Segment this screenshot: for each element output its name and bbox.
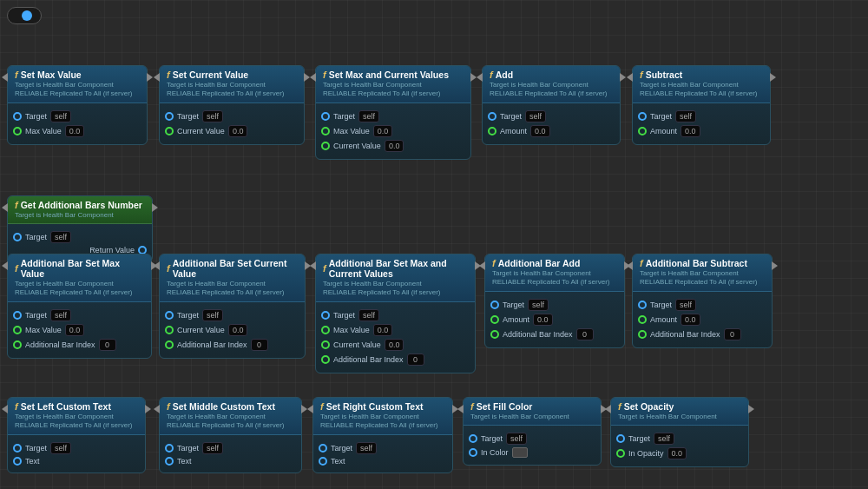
pin-value[interactable]: self bbox=[202, 110, 223, 122]
additional-bar-set-max-current-subtitle2: RELIABLE Replicated To All (if server) bbox=[323, 288, 468, 297]
pin-value[interactable]: self bbox=[528, 299, 549, 311]
pin-label: Additional Bar Index bbox=[503, 330, 573, 339]
set-fill-color-pin-1: In Color bbox=[469, 447, 595, 458]
set-max-current-values-pin-0: Targetself bbox=[321, 110, 465, 122]
exec-right-arrow bbox=[470, 73, 477, 82]
pin-label: In Color bbox=[481, 448, 509, 457]
exec-left-arrow bbox=[605, 405, 611, 413]
f-icon: f bbox=[167, 263, 170, 274]
pin-value[interactable]: 0 bbox=[251, 339, 268, 351]
additional-bar-set-max-current-header: fAdditional Bar Set Max and Current Valu… bbox=[316, 254, 475, 302]
set-left-custom-text-node: fSet Left Custom TextTarget is Health Ba… bbox=[7, 397, 146, 473]
exec-right-arrow bbox=[748, 405, 754, 413]
set-max-current-values-subtitle1: Target is Health Bar Component bbox=[323, 81, 464, 89]
pin-value[interactable]: self bbox=[50, 309, 71, 321]
pin-label: Target bbox=[177, 444, 199, 453]
pin-value[interactable]: 0.0 bbox=[681, 125, 700, 137]
additional-bar-add-pin-1: Amount0.0 bbox=[490, 314, 619, 326]
additional-bar-set-current-pin-0: Targetself bbox=[165, 309, 299, 321]
pin-label: Target bbox=[25, 444, 47, 453]
subtract-pin-0: Targetself bbox=[638, 110, 765, 122]
pin-value[interactable]: 0.0 bbox=[385, 140, 404, 152]
set-right-custom-text-title-text: Set Right Custom Text bbox=[326, 401, 424, 412]
additional-bar-set-max-header: fAdditional Bar Set Max ValueTarget is H… bbox=[8, 254, 151, 302]
pin-value[interactable]: 0.0 bbox=[385, 339, 404, 351]
f-icon: f bbox=[470, 401, 474, 412]
pin-dot bbox=[490, 301, 499, 309]
pin-value[interactable]: self bbox=[358, 110, 379, 122]
pin-value[interactable]: self bbox=[50, 442, 71, 454]
additional-bar-add-node: fAdditional Bar AddTarget is Health Bar … bbox=[484, 254, 625, 348]
add-pin-0: Targetself bbox=[488, 110, 615, 122]
set-max-value-pin-1: Max Value0.0 bbox=[13, 125, 141, 137]
set-max-value-subtitle2: RELIABLE Replicated To All (if server) bbox=[15, 89, 140, 98]
pin-value[interactable]: self bbox=[356, 442, 377, 454]
exec-left-arrow bbox=[2, 203, 8, 212]
set-middle-custom-text-title-text: Set Middle Custom Text bbox=[173, 401, 275, 412]
pin-label: Max Value bbox=[25, 127, 62, 135]
f-icon: f bbox=[167, 401, 170, 412]
pin-value[interactable]: 0.0 bbox=[667, 447, 687, 459]
set-opacity-body: TargetselfIn Opacity0.0 bbox=[611, 426, 748, 466]
pin-label: Max Value bbox=[333, 127, 370, 135]
additional-bar-set-current-title: fAdditional Bar Set Current Value bbox=[167, 258, 298, 279]
set-left-custom-text-pin-1: Text bbox=[13, 457, 140, 466]
pin-value[interactable]: self bbox=[654, 433, 674, 445]
pin-value[interactable]: 0.0 bbox=[228, 125, 248, 137]
pin-value[interactable]: 0.0 bbox=[373, 324, 393, 336]
additional-bar-add-subtitle1: Target is Health Bar Component bbox=[492, 269, 617, 278]
pin-label: Current Value bbox=[177, 127, 225, 135]
pin-value[interactable]: 0.0 bbox=[228, 324, 248, 336]
pin-dot bbox=[616, 449, 625, 458]
pin-value[interactable]: self bbox=[202, 309, 223, 321]
pin-label: Target bbox=[628, 434, 650, 443]
top-bar bbox=[7, 7, 42, 24]
pin-value[interactable]: 0.0 bbox=[530, 125, 550, 137]
set-current-value-node: fSet Current ValueTarget is Health Bar C… bbox=[159, 65, 305, 145]
pin-value[interactable]: 0 bbox=[407, 354, 424, 366]
pin-dot bbox=[321, 311, 330, 320]
pin-value[interactable]: 0.0 bbox=[65, 324, 85, 336]
pin-label: Additional Bar Index bbox=[25, 340, 95, 349]
set-max-current-values-pin-1: Max Value0.0 bbox=[321, 125, 465, 137]
set-max-current-values-title-text: Set Max and Current Values bbox=[329, 69, 449, 80]
pin-value[interactable]: 0 bbox=[99, 339, 116, 351]
additional-bar-set-max-current-pin-1: Max Value0.0 bbox=[321, 324, 470, 336]
pin-value[interactable]: 0 bbox=[576, 328, 594, 340]
set-max-value-pin-0: Targetself bbox=[13, 110, 141, 122]
pin-dot bbox=[13, 326, 22, 334]
pin-dot bbox=[13, 457, 22, 466]
pin-label: Amount bbox=[650, 315, 677, 324]
additional-bar-subtract-header: fAdditional Bar SubtractTarget is Health… bbox=[633, 254, 772, 292]
exec-left-arrow bbox=[477, 73, 483, 82]
pin-value[interactable]: self bbox=[202, 442, 223, 454]
exec-right-arrow bbox=[304, 73, 310, 82]
pin-value[interactable]: 0.0 bbox=[373, 125, 393, 137]
pin-value[interactable]: 0.0 bbox=[533, 314, 553, 326]
additional-bar-set-current-pin-1: Current Value0.0 bbox=[165, 324, 299, 336]
subtract-subtitle2: RELIABLE Replicated To All (if server) bbox=[640, 89, 763, 98]
pin-dot bbox=[13, 112, 22, 121]
set-current-value-body: TargetselfCurrent Value0.0 bbox=[160, 103, 304, 144]
add-title-text: Add bbox=[496, 69, 513, 80]
additional-bar-add-title: fAdditional Bar Add bbox=[492, 258, 617, 268]
additional-bar-subtract-node: fAdditional Bar SubtractTarget is Health… bbox=[632, 254, 773, 348]
set-middle-custom-text-title: fSet Middle Custom Text bbox=[167, 401, 294, 412]
pin-value[interactable]: self bbox=[525, 110, 546, 122]
pin-value[interactable]: self bbox=[358, 309, 379, 321]
pin-value[interactable]: self bbox=[506, 433, 527, 445]
pin-value[interactable]: self bbox=[50, 110, 71, 122]
set-current-value-pin-1: Current Value0.0 bbox=[165, 125, 299, 137]
pin-value[interactable]: 0.0 bbox=[65, 125, 85, 137]
pin-value[interactable]: self bbox=[50, 231, 71, 243]
pin-value[interactable]: self bbox=[675, 299, 696, 311]
set-fill-color-body: TargetselfIn Color bbox=[464, 426, 601, 465]
pin-value[interactable]: 0 bbox=[724, 328, 741, 340]
get-additional-bars-number-header: fGet Additional Bars NumberTarget is Hea… bbox=[8, 196, 152, 224]
pin-value[interactable]: self bbox=[675, 110, 696, 122]
pin-value[interactable]: 0.0 bbox=[681, 314, 700, 326]
exec-left-arrow bbox=[154, 405, 160, 413]
additional-bar-set-current-subtitle1: Target is Health Bar Component bbox=[167, 280, 298, 288]
set-max-current-values-header: fSet Max and Current ValuesTarget is Hea… bbox=[316, 66, 470, 103]
additional-bar-set-max-current-pin-0: Targetself bbox=[321, 309, 470, 321]
